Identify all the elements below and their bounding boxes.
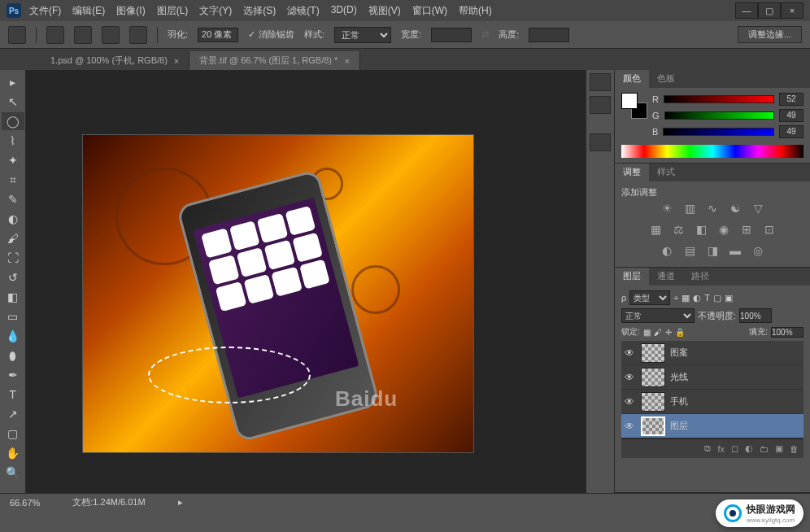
width-input[interactable] — [431, 28, 472, 42]
dock-properties-icon[interactable] — [590, 133, 611, 151]
close-icon[interactable]: × — [344, 56, 349, 66]
filter-smart-icon[interactable]: ▣ — [725, 293, 733, 303]
menu-type[interactable]: 文字(Y) — [199, 4, 232, 18]
filter-type-icon[interactable]: T — [704, 293, 710, 303]
vibrance-icon[interactable]: ▽ — [751, 202, 765, 216]
visibility-icon[interactable]: 👁 — [625, 372, 636, 383]
dodge-tool[interactable]: ⬮ — [2, 347, 24, 364]
document-tab[interactable]: 背景.tif @ 66.7% (图层 1, RGB/8) *× — [189, 51, 360, 70]
path-tool[interactable]: ↗ — [2, 405, 24, 423]
layer-thumbnail[interactable] — [641, 392, 665, 412]
hue-icon[interactable]: ▦ — [648, 223, 663, 238]
invert-icon[interactable]: ◐ — [660, 244, 674, 259]
move-tool[interactable]: ↖ — [2, 93, 24, 111]
history-brush-tool[interactable]: ↺ — [2, 268, 24, 286]
spectrum-picker[interactable] — [621, 145, 803, 158]
layer-thumbnail[interactable] — [641, 343, 665, 363]
blur-tool[interactable]: 󠀠💧 — [2, 327, 24, 345]
curves-icon[interactable]: ∿ — [705, 202, 720, 216]
hand-tool[interactable]: ✋ — [2, 444, 24, 462]
lookup-icon[interactable]: ⊡ — [762, 223, 777, 238]
wand-tool[interactable]: ✦ — [2, 151, 24, 169]
menu-select[interactable]: 选择(S) — [243, 4, 276, 18]
filter-pixel-icon[interactable]: ▦ — [682, 293, 690, 303]
tab-layers[interactable]: 图层 — [615, 268, 649, 286]
menu-edit[interactable]: 编辑(E) — [72, 4, 105, 18]
menu-view[interactable]: 视图(V) — [368, 4, 401, 18]
selective-color-icon[interactable]: ◎ — [751, 244, 765, 259]
height-input[interactable] — [529, 28, 569, 42]
photo-filter-icon[interactable]: ◉ — [716, 223, 731, 238]
gradient-map-icon[interactable]: ▬ — [728, 244, 742, 259]
lock-position-icon[interactable]: ✛ — [665, 328, 672, 337]
subtract-selection-icon[interactable] — [102, 26, 120, 44]
menu-file[interactable]: 文件(F) — [29, 4, 61, 18]
heal-tool[interactable]: ◐ — [2, 210, 24, 228]
brush-tool[interactable]: 🖌 — [2, 229, 24, 247]
antialias-checkbox[interactable]: ✓消除锯齿 — [248, 28, 294, 41]
shape-tool[interactable]: ▢ — [2, 425, 24, 443]
b-slider[interactable] — [663, 128, 774, 136]
levels-icon[interactable]: ▥ — [682, 202, 697, 216]
fill-input[interactable] — [771, 327, 803, 338]
eyedropper-tool[interactable]: ✎ — [2, 190, 24, 208]
group-icon[interactable]: 🗀 — [760, 444, 769, 454]
menu-help[interactable]: 帮助(H) — [459, 4, 492, 18]
canvas-area[interactable]: Baidu — [26, 70, 586, 493]
balance-icon[interactable]: ⚖ — [671, 223, 686, 238]
zoom-tool[interactable]: 🔍 — [2, 464, 24, 482]
eraser-tool[interactable]: ◧ — [2, 288, 24, 306]
layer-thumbnail[interactable] — [641, 368, 665, 387]
posterize-icon[interactable]: ▤ — [682, 244, 697, 259]
lock-transparency-icon[interactable]: ▦ — [643, 328, 651, 337]
menu-image[interactable]: 图像(I) — [116, 4, 145, 18]
maximize-button[interactable]: ▢ — [758, 2, 781, 19]
menu-window[interactable]: 窗口(W) — [412, 4, 447, 18]
canvas[interactable] — [83, 135, 473, 452]
marquee-selection[interactable] — [148, 347, 311, 403]
stamp-tool[interactable]: ⛶ — [2, 249, 24, 267]
opacity-input[interactable] — [739, 308, 772, 323]
menu-3d[interactable]: 3D(D) — [331, 4, 357, 18]
document-info[interactable]: 文档:1.24M/6.01M — [72, 496, 145, 508]
visibility-icon[interactable]: 👁 — [625, 421, 636, 432]
expand-icon[interactable]: ▸ — [2, 73, 24, 91]
crop-tool[interactable]: ⌗ — [2, 171, 24, 189]
tool-preset-icon[interactable] — [8, 26, 26, 44]
layer-row[interactable]: 👁 光线 — [621, 365, 803, 390]
feather-input[interactable] — [198, 28, 238, 42]
close-button[interactable]: × — [781, 2, 803, 19]
g-value[interactable]: 49 — [779, 109, 803, 122]
layer-row[interactable]: 👁 手机 — [621, 390, 803, 414]
visibility-icon[interactable]: 👁 — [625, 396, 636, 408]
tab-paths[interactable]: 路径 — [683, 268, 717, 286]
tab-styles[interactable]: 样式 — [649, 164, 683, 181]
r-slider[interactable] — [664, 95, 774, 103]
delete-layer-icon[interactable]: 🗑 — [790, 444, 799, 454]
b-value[interactable]: 49 — [779, 125, 803, 138]
adjustment-layer-icon[interactable]: ◐ — [745, 443, 753, 454]
exposure-icon[interactable]: ☯ — [728, 202, 742, 216]
layer-style-icon[interactable]: fx — [717, 444, 725, 454]
lock-all-icon[interactable]: 🔒 — [675, 328, 685, 337]
filter-adjust-icon[interactable]: ◐ — [693, 293, 701, 303]
bw-icon[interactable]: ◧ — [694, 223, 708, 238]
filter-kind-select[interactable]: 类型 — [629, 290, 670, 305]
brightness-icon[interactable]: ☀ — [660, 202, 674, 216]
layer-mask-icon[interactable]: ◻ — [731, 443, 738, 454]
tab-color[interactable]: 颜色 — [615, 70, 649, 88]
tab-adjustments[interactable]: 调整 — [615, 164, 649, 181]
visibility-icon[interactable]: 👁 — [625, 347, 636, 359]
layer-thumbnail[interactable] — [641, 416, 665, 436]
new-layer-icon[interactable]: ▣ — [775, 443, 783, 454]
layer-row[interactable]: 👁 图案 — [621, 341, 803, 365]
document-tab[interactable]: 1.psd @ 100% (手机, RGB/8)× — [41, 51, 189, 70]
dock-actions-icon[interactable] — [590, 96, 611, 114]
filter-shape-icon[interactable]: ▢ — [713, 293, 721, 303]
threshold-icon[interactable]: ◨ — [705, 244, 720, 259]
new-selection-icon[interactable] — [46, 26, 64, 44]
minimize-button[interactable]: — — [735, 2, 758, 19]
lock-pixels-icon[interactable]: 🖌 — [654, 328, 662, 337]
style-select[interactable]: 正常 — [334, 27, 391, 43]
foreground-background-swatch[interactable] — [621, 93, 647, 119]
